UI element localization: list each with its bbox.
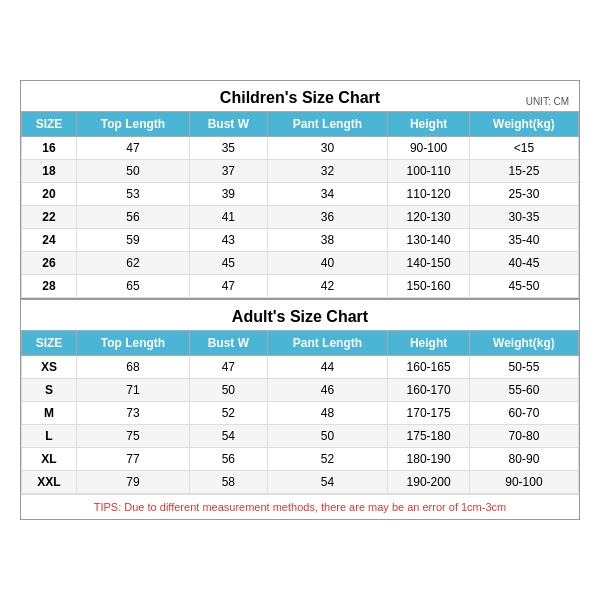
table-cell: 41: [190, 206, 268, 229]
adult-col-height: Height: [388, 331, 470, 356]
table-cell: 50: [76, 160, 189, 183]
table-row: 1647353090-100<15: [22, 137, 579, 160]
children-title: Children's Size Chart: [220, 89, 380, 107]
table-row: XXL795854190-20090-100: [22, 471, 579, 494]
table-cell: 160-165: [388, 356, 470, 379]
table-cell: XS: [22, 356, 77, 379]
table-cell: 62: [76, 252, 189, 275]
adult-col-top-length: Top Length: [76, 331, 189, 356]
table-cell: 60-70: [469, 402, 578, 425]
children-tbody: 1647353090-100<1518503732100-11015-25205…: [22, 137, 579, 298]
table-cell: 73: [76, 402, 189, 425]
table-row: 24594338130-14035-40: [22, 229, 579, 252]
table-cell: 36: [267, 206, 388, 229]
table-cell: 150-160: [388, 275, 470, 298]
adult-tbody: XS684744160-16550-55S715046160-17055-60M…: [22, 356, 579, 494]
table-row: XL775652180-19080-90: [22, 448, 579, 471]
children-col-pant-length: Pant Length: [267, 112, 388, 137]
table-cell: 42: [267, 275, 388, 298]
table-cell: 55-60: [469, 379, 578, 402]
table-cell: 45: [190, 252, 268, 275]
table-cell: 46: [267, 379, 388, 402]
table-cell: 175-180: [388, 425, 470, 448]
table-cell: 170-175: [388, 402, 470, 425]
children-col-weight: Weight(kg): [469, 112, 578, 137]
table-cell: 28: [22, 275, 77, 298]
tips-row: TIPS: Due to different measurement metho…: [21, 494, 579, 519]
table-cell: 90-100: [388, 137, 470, 160]
unit-label: UNIT: CM: [526, 96, 569, 107]
table-cell: 68: [76, 356, 189, 379]
adult-title-row: Adult's Size Chart: [21, 298, 579, 330]
table-cell: 75: [76, 425, 189, 448]
table-row: S715046160-17055-60: [22, 379, 579, 402]
table-cell: 16: [22, 137, 77, 160]
table-cell: 35: [190, 137, 268, 160]
table-cell: 80-90: [469, 448, 578, 471]
adult-col-bust: Bust W: [190, 331, 268, 356]
children-table: SIZE Top Length Bust W Pant Length Heigh…: [21, 111, 579, 298]
table-cell: 50: [190, 379, 268, 402]
table-cell: 120-130: [388, 206, 470, 229]
table-cell: XXL: [22, 471, 77, 494]
table-cell: L: [22, 425, 77, 448]
table-cell: 40-45: [469, 252, 578, 275]
children-col-top-length: Top Length: [76, 112, 189, 137]
table-cell: 50: [267, 425, 388, 448]
table-cell: 40: [267, 252, 388, 275]
table-cell: 130-140: [388, 229, 470, 252]
table-cell: 22: [22, 206, 77, 229]
size-chart-wrapper: Children's Size Chart UNIT: CM SIZE Top …: [20, 80, 580, 520]
adult-table: SIZE Top Length Bust W Pant Length Heigh…: [21, 330, 579, 494]
tips-text: TIPS: Due to different measurement metho…: [94, 501, 506, 513]
table-cell: 160-170: [388, 379, 470, 402]
table-cell: <15: [469, 137, 578, 160]
children-col-bust: Bust W: [190, 112, 268, 137]
table-cell: S: [22, 379, 77, 402]
table-cell: 70-80: [469, 425, 578, 448]
table-cell: 26: [22, 252, 77, 275]
table-cell: 79: [76, 471, 189, 494]
table-cell: 77: [76, 448, 189, 471]
table-cell: 30-35: [469, 206, 578, 229]
table-cell: 20: [22, 183, 77, 206]
table-row: 20533934110-12025-30: [22, 183, 579, 206]
table-cell: 18: [22, 160, 77, 183]
table-cell: 24: [22, 229, 77, 252]
table-cell: 190-200: [388, 471, 470, 494]
adult-title: Adult's Size Chart: [232, 308, 368, 326]
adult-col-weight: Weight(kg): [469, 331, 578, 356]
children-title-row: Children's Size Chart UNIT: CM: [21, 81, 579, 111]
table-cell: 54: [267, 471, 388, 494]
table-cell: 47: [76, 137, 189, 160]
table-cell: 90-100: [469, 471, 578, 494]
table-cell: 45-50: [469, 275, 578, 298]
adult-header-row: SIZE Top Length Bust W Pant Length Heigh…: [22, 331, 579, 356]
table-row: 26624540140-15040-45: [22, 252, 579, 275]
table-cell: 48: [267, 402, 388, 425]
table-row: 28654742150-16045-50: [22, 275, 579, 298]
table-cell: 110-120: [388, 183, 470, 206]
table-cell: 39: [190, 183, 268, 206]
table-cell: 25-30: [469, 183, 578, 206]
table-cell: 52: [190, 402, 268, 425]
children-header-row: SIZE Top Length Bust W Pant Length Heigh…: [22, 112, 579, 137]
table-cell: 32: [267, 160, 388, 183]
table-cell: 44: [267, 356, 388, 379]
table-row: 22564136120-13030-35: [22, 206, 579, 229]
table-row: 18503732100-11015-25: [22, 160, 579, 183]
table-cell: XL: [22, 448, 77, 471]
table-cell: 58: [190, 471, 268, 494]
table-cell: 37: [190, 160, 268, 183]
table-cell: 56: [76, 206, 189, 229]
table-cell: 34: [267, 183, 388, 206]
table-cell: 35-40: [469, 229, 578, 252]
table-row: L755450175-18070-80: [22, 425, 579, 448]
table-cell: 59: [76, 229, 189, 252]
table-cell: 54: [190, 425, 268, 448]
table-cell: 180-190: [388, 448, 470, 471]
children-col-size: SIZE: [22, 112, 77, 137]
table-cell: 50-55: [469, 356, 578, 379]
table-cell: 53: [76, 183, 189, 206]
table-cell: 56: [190, 448, 268, 471]
